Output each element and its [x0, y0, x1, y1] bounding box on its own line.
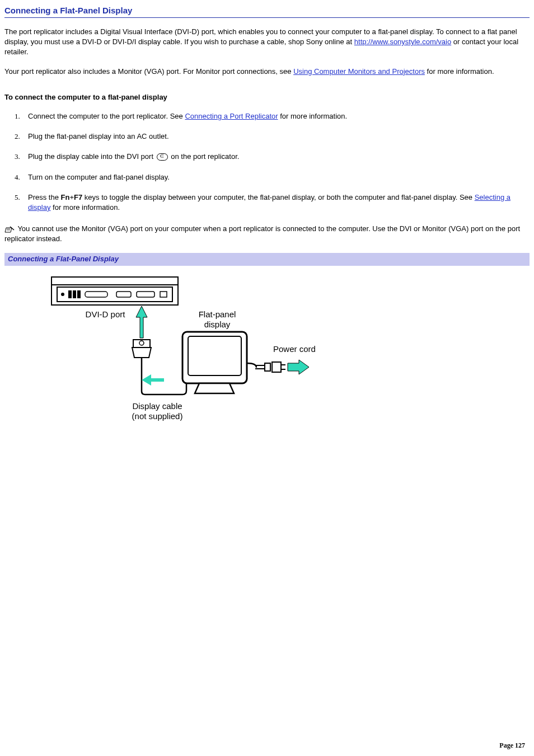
procedure-heading: To connect the computer to a flat-panel … [4, 92, 530, 102]
display-cable-label-2: (not supplied) [132, 411, 183, 421]
intro-text-2b: for more information. [425, 67, 494, 76]
step-5-text-c: for more information. [50, 203, 120, 212]
sonystyle-link[interactable]: http://www.sonystyle.com/vaio [354, 37, 451, 46]
note-paragraph: You cannot use the Monitor (VGA) port on… [4, 224, 530, 244]
step-1-text-b: for more information. [278, 112, 348, 120]
diagram-container: DVI-D port Display cable (not supplied) … [4, 266, 530, 430]
svg-point-6 [61, 293, 64, 296]
step-1-text-a: Connect the computer to the port replica… [28, 112, 185, 120]
figure-caption: Connecting a Flat-Panel Display [4, 253, 530, 265]
dvi-port-icon [157, 153, 168, 161]
svg-marker-17 [151, 378, 164, 382]
monitor-label-1: Flat-panel [199, 309, 236, 319]
step-5-text-b: keys to toggle the display between your … [82, 193, 475, 201]
step-3-text-a: Plug the display cable into the DVI port [28, 152, 156, 161]
svg-rect-24 [272, 362, 281, 372]
svg-rect-7 [68, 290, 72, 298]
step-3-text-b: on the port replicator. [169, 152, 240, 161]
intro-text-2a: Your port replicator also includes a Mon… [4, 67, 293, 76]
intro-paragraph-1: The port replicator includes a Digital V… [4, 27, 530, 58]
svg-line-0 [10, 227, 14, 230]
dvi-port-label: DVI-D port [86, 309, 126, 319]
connection-diagram: DVI-D port Display cable (not supplied) … [44, 274, 335, 430]
f7-key: F7 [74, 193, 82, 201]
svg-rect-23 [265, 363, 270, 371]
monitor-label-2: display [204, 320, 231, 329]
svg-marker-27 [288, 360, 309, 374]
step-2: Plug the flat-panel display into an AC o… [28, 132, 530, 142]
power-cord-label: Power cord [273, 344, 316, 354]
svg-rect-4 [51, 277, 178, 285]
page-title: Connecting a Flat-Panel Display [4, 4, 530, 18]
step-1: Connect the computer to the port replica… [28, 111, 530, 121]
display-cable-label-1: Display cable [132, 401, 182, 411]
note-text: You cannot use the Monitor (VGA) port on… [4, 224, 520, 243]
svg-rect-8 [73, 290, 76, 298]
steps-list: Connect the computer to the port replica… [4, 111, 530, 213]
monitors-projectors-link[interactable]: Using Computer Monitors and Projectors [293, 67, 425, 76]
step-5: Press the Fn+F7 keys to toggle the displ… [28, 192, 530, 213]
note-pencil-icon [4, 226, 15, 233]
port-replicator-link[interactable]: Connecting a Port Replicator [185, 112, 278, 120]
svg-rect-9 [77, 290, 81, 298]
svg-rect-20 [188, 336, 241, 375]
plus-sign: + [69, 193, 74, 201]
step-4: Turn on the computer and flat-panel disp… [28, 172, 530, 182]
svg-marker-18 [142, 374, 151, 386]
svg-marker-14 [136, 306, 147, 338]
fn-key: Fn [61, 193, 70, 201]
intro-paragraph-2: Your port replicator also includes a Mon… [4, 67, 530, 77]
step-3: Plug the display cable into the DVI port… [28, 152, 530, 162]
step-5-text-a: Press the [28, 193, 61, 201]
